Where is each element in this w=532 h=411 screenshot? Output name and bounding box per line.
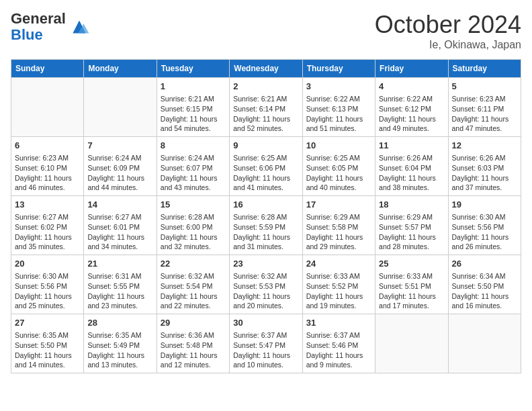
day-number: 22 [161, 258, 226, 270]
calendar-table: SundayMondayTuesdayWednesdayThursdayFrid… [11, 59, 521, 373]
day-number: 28 [87, 317, 152, 329]
day-info: Sunrise: 6:37 AM Sunset: 5:46 PM Dayligh… [306, 330, 371, 370]
week-row-4: 20Sunrise: 6:30 AM Sunset: 5:56 PM Dayli… [11, 255, 521, 314]
day-info: Sunrise: 6:32 AM Sunset: 5:53 PM Dayligh… [233, 271, 298, 311]
day-number: 31 [306, 317, 371, 329]
calendar-cell: 16Sunrise: 6:28 AM Sunset: 5:59 PM Dayli… [230, 196, 302, 255]
day-info: Sunrise: 6:31 AM Sunset: 5:55 PM Dayligh… [87, 271, 152, 311]
day-info: Sunrise: 6:37 AM Sunset: 5:47 PM Dayligh… [233, 330, 298, 370]
logo-blue: Blue [11, 26, 43, 43]
day-info: Sunrise: 6:27 AM Sunset: 6:02 PM Dayligh… [15, 212, 80, 252]
calendar-cell: 27Sunrise: 6:35 AM Sunset: 5:50 PM Dayli… [11, 314, 84, 373]
day-info: Sunrise: 6:33 AM Sunset: 5:51 PM Dayligh… [379, 271, 444, 311]
calendar-cell: 23Sunrise: 6:32 AM Sunset: 5:53 PM Dayli… [230, 255, 302, 314]
calendar-header-row: SundayMondayTuesdayWednesdayThursdayFrid… [11, 60, 521, 78]
day-info: Sunrise: 6:21 AM Sunset: 6:14 PM Dayligh… [233, 94, 298, 134]
day-info: Sunrise: 6:22 AM Sunset: 6:12 PM Dayligh… [379, 94, 444, 134]
day-info: Sunrise: 6:24 AM Sunset: 6:07 PM Dayligh… [161, 153, 226, 193]
calendar-cell: 17Sunrise: 6:29 AM Sunset: 5:58 PM Dayli… [302, 196, 375, 255]
header-day-monday: Monday [84, 60, 157, 78]
calendar-cell: 22Sunrise: 6:32 AM Sunset: 5:54 PM Dayli… [157, 255, 229, 314]
logo-icon [69, 16, 90, 38]
calendar-cell: 2Sunrise: 6:21 AM Sunset: 6:14 PM Daylig… [230, 78, 302, 137]
day-number: 14 [87, 199, 152, 211]
day-number: 19 [452, 199, 517, 211]
header-day-tuesday: Tuesday [157, 60, 229, 78]
day-number: 3 [306, 81, 371, 93]
calendar-cell: 3Sunrise: 6:22 AM Sunset: 6:13 PM Daylig… [302, 78, 375, 137]
week-row-3: 13Sunrise: 6:27 AM Sunset: 6:02 PM Dayli… [11, 196, 521, 255]
day-info: Sunrise: 6:27 AM Sunset: 6:01 PM Dayligh… [87, 212, 152, 252]
day-number: 17 [306, 199, 371, 211]
day-number: 5 [452, 81, 517, 93]
day-number: 9 [233, 140, 298, 152]
day-number: 18 [379, 199, 444, 211]
day-info: Sunrise: 6:30 AM Sunset: 5:56 PM Dayligh… [452, 212, 517, 252]
day-info: Sunrise: 6:26 AM Sunset: 6:04 PM Dayligh… [379, 153, 444, 193]
day-number: 1 [161, 81, 226, 93]
calendar-cell: 25Sunrise: 6:33 AM Sunset: 5:51 PM Dayli… [375, 255, 448, 314]
calendar-cell: 1Sunrise: 6:21 AM Sunset: 6:15 PM Daylig… [157, 78, 229, 137]
day-number: 27 [15, 317, 80, 329]
day-info: Sunrise: 6:28 AM Sunset: 5:59 PM Dayligh… [233, 212, 298, 252]
day-number: 30 [233, 317, 298, 329]
day-info: Sunrise: 6:30 AM Sunset: 5:56 PM Dayligh… [15, 271, 80, 311]
day-info: Sunrise: 6:36 AM Sunset: 5:48 PM Dayligh… [161, 330, 226, 370]
day-info: Sunrise: 6:35 AM Sunset: 5:50 PM Dayligh… [15, 330, 80, 370]
day-number: 16 [233, 199, 298, 211]
day-info: Sunrise: 6:26 AM Sunset: 6:03 PM Dayligh… [452, 153, 517, 193]
day-number: 12 [452, 140, 517, 152]
day-number: 15 [161, 199, 226, 211]
day-number: 21 [87, 258, 152, 270]
day-number: 10 [306, 140, 371, 152]
day-number: 8 [161, 140, 226, 152]
day-number: 26 [452, 258, 517, 270]
month-title: October 2024 [375, 11, 521, 39]
calendar-cell: 28Sunrise: 6:35 AM Sunset: 5:49 PM Dayli… [84, 314, 157, 373]
calendar-cell: 31Sunrise: 6:37 AM Sunset: 5:46 PM Dayli… [302, 314, 375, 373]
location-title: Ie, Okinawa, Japan [375, 39, 521, 51]
day-info: Sunrise: 6:34 AM Sunset: 5:50 PM Dayligh… [452, 271, 517, 311]
calendar-cell: 30Sunrise: 6:37 AM Sunset: 5:47 PM Dayli… [230, 314, 302, 373]
day-info: Sunrise: 6:23 AM Sunset: 6:10 PM Dayligh… [15, 153, 80, 193]
day-number: 6 [15, 140, 80, 152]
header-day-saturday: Saturday [448, 60, 521, 78]
header-day-friday: Friday [375, 60, 448, 78]
day-info: Sunrise: 6:35 AM Sunset: 5:49 PM Dayligh… [87, 330, 152, 370]
logo-general: General [11, 10, 66, 27]
day-number: 13 [15, 199, 80, 211]
day-number: 23 [233, 258, 298, 270]
day-info: Sunrise: 6:22 AM Sunset: 6:13 PM Dayligh… [306, 94, 371, 134]
calendar-cell: 7Sunrise: 6:24 AM Sunset: 6:09 PM Daylig… [84, 137, 157, 196]
calendar-cell [11, 78, 84, 137]
day-number: 7 [87, 140, 152, 152]
day-info: Sunrise: 6:23 AM Sunset: 6:11 PM Dayligh… [452, 94, 517, 134]
title-block: October 2024 Ie, Okinawa, Japan [375, 11, 521, 51]
calendar-cell: 14Sunrise: 6:27 AM Sunset: 6:01 PM Dayli… [84, 196, 157, 255]
calendar-cell: 29Sunrise: 6:36 AM Sunset: 5:48 PM Dayli… [157, 314, 229, 373]
calendar-cell: 8Sunrise: 6:24 AM Sunset: 6:07 PM Daylig… [157, 137, 229, 196]
week-row-1: 1Sunrise: 6:21 AM Sunset: 6:15 PM Daylig… [11, 78, 521, 137]
day-number: 4 [379, 81, 444, 93]
day-info: Sunrise: 6:29 AM Sunset: 5:58 PM Dayligh… [306, 212, 371, 252]
header-day-wednesday: Wednesday [230, 60, 302, 78]
calendar-cell: 15Sunrise: 6:28 AM Sunset: 6:00 PM Dayli… [157, 196, 229, 255]
calendar-cell: 13Sunrise: 6:27 AM Sunset: 6:02 PM Dayli… [11, 196, 84, 255]
week-row-2: 6Sunrise: 6:23 AM Sunset: 6:10 PM Daylig… [11, 137, 521, 196]
calendar-cell: 9Sunrise: 6:25 AM Sunset: 6:06 PM Daylig… [230, 137, 302, 196]
day-info: Sunrise: 6:24 AM Sunset: 6:09 PM Dayligh… [87, 153, 152, 193]
calendar-cell [84, 78, 157, 137]
calendar-cell: 21Sunrise: 6:31 AM Sunset: 5:55 PM Dayli… [84, 255, 157, 314]
calendar-cell: 19Sunrise: 6:30 AM Sunset: 5:56 PM Dayli… [448, 196, 521, 255]
day-number: 2 [233, 81, 298, 93]
header-day-thursday: Thursday [302, 60, 375, 78]
day-number: 11 [379, 140, 444, 152]
calendar-cell: 11Sunrise: 6:26 AM Sunset: 6:04 PM Dayli… [375, 137, 448, 196]
day-info: Sunrise: 6:29 AM Sunset: 5:57 PM Dayligh… [379, 212, 444, 252]
calendar-cell: 18Sunrise: 6:29 AM Sunset: 5:57 PM Dayli… [375, 196, 448, 255]
calendar-cell [375, 314, 448, 373]
header-day-sunday: Sunday [11, 60, 84, 78]
calendar-cell: 26Sunrise: 6:34 AM Sunset: 5:50 PM Dayli… [448, 255, 521, 314]
calendar-cell [448, 314, 521, 373]
calendar-cell: 12Sunrise: 6:26 AM Sunset: 6:03 PM Dayli… [448, 137, 521, 196]
